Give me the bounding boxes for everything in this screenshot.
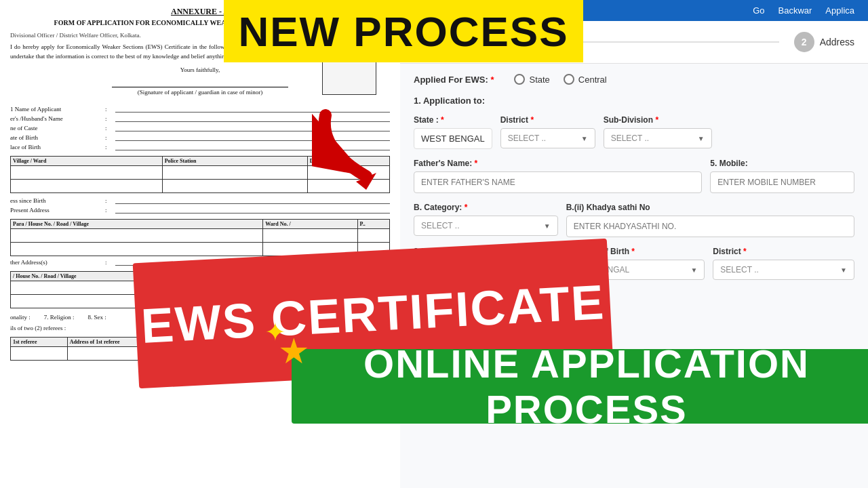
district2-label: District *	[713, 247, 854, 256]
district-label: District *	[500, 115, 595, 125]
mobile-label: 5. Mobile:	[710, 159, 854, 168]
backward-label: Backwar	[778, 5, 812, 16]
state-value: WEST BENGAL	[414, 128, 492, 149]
star-gold-icon: ★	[278, 331, 310, 371]
subdivision-chevron-icon: ▼	[698, 135, 705, 142]
field-address-since-birth: ess since Birth :	[10, 197, 390, 204]
radio-central[interactable]: Central	[564, 74, 607, 85]
apply-label: Applica	[825, 5, 854, 16]
subdivision-group: Sub-Division * SELECT .. ▼	[604, 115, 712, 149]
father-mobile-row: Father's Name: * 5. Mobile:	[414, 159, 854, 193]
district2-group: District * SELECT .. ▼	[713, 247, 854, 281]
online-text: ONLINE APPLICATION PROCESS	[292, 341, 868, 432]
district-group: District * SELECT .. ▼	[500, 115, 595, 149]
new-process-text: NEW PROCESS	[238, 7, 568, 56]
step-2: 2 Address	[794, 32, 854, 52]
father-label: Father's Name: *	[414, 159, 702, 168]
gov-label: Go	[753, 5, 764, 16]
khadya-input[interactable]	[566, 216, 854, 237]
radio-state-label: State	[529, 75, 549, 85]
radio-state[interactable]: State	[514, 74, 549, 85]
pob-chevron-icon: ▼	[690, 266, 697, 274]
subdivision-label: Sub-Division *	[604, 115, 712, 125]
category-chevron-icon: ▼	[544, 222, 551, 230]
step-2-num: 2	[794, 32, 814, 52]
district2-select[interactable]: SELECT .. ▼	[713, 260, 854, 280]
district2-chevron-icon: ▼	[840, 266, 847, 274]
state-label: State : *	[414, 115, 492, 125]
state-group: State : * WEST BENGAL	[414, 115, 492, 149]
khadya-group: B.(ii) Khadya sathi No	[566, 203, 854, 237]
online-banner: ONLINE APPLICATION PROCESS	[292, 349, 868, 424]
mobile-group: 5. Mobile:	[710, 159, 854, 193]
appn-row: 1. Application to:	[414, 96, 854, 106]
doc-table-2: Para / House No. / Road / Village Ward N…	[10, 219, 390, 256]
father-input[interactable]	[414, 171, 702, 193]
district-chevron-icon: ▼	[581, 135, 588, 142]
category-label: B. Category: *	[414, 203, 558, 212]
red-arrow-icon	[312, 108, 407, 192]
category-group: B. Category: * SELECT .. ▼	[414, 203, 558, 237]
new-process-banner: NEW PROCESS	[224, 0, 583, 62]
cat-khadya-row: B. Category: * SELECT .. ▼ B.(ii) Khadya…	[414, 203, 854, 237]
subdivision-select[interactable]: SELECT .. ▼	[604, 128, 712, 148]
category-select[interactable]: SELECT .. ▼	[414, 216, 558, 236]
radio-state-circle	[514, 74, 525, 85]
district-select[interactable]: SELECT .. ▼	[500, 128, 595, 148]
appn-label: 1. Application to:	[414, 96, 485, 106]
field-present-address: Present Address :	[10, 207, 390, 214]
mobile-input[interactable]	[710, 171, 854, 193]
step-2-label: Address	[820, 37, 854, 47]
fields-row-1: State : * WEST BENGAL District * SELECT …	[414, 115, 854, 149]
father-group: Father's Name: *	[414, 159, 702, 193]
khadya-label: B.(ii) Khadya sathi No	[566, 203, 854, 212]
radio-central-circle	[564, 74, 574, 85]
radio-central-label: Central	[578, 75, 607, 85]
applied-row: Applied For EWS: * State Central	[414, 74, 854, 85]
applied-label: Applied For EWS: *	[414, 75, 494, 85]
radio-group: State Central	[514, 74, 606, 85]
doc-signature: (Signature of applicant / guardian in ca…	[112, 87, 288, 96]
